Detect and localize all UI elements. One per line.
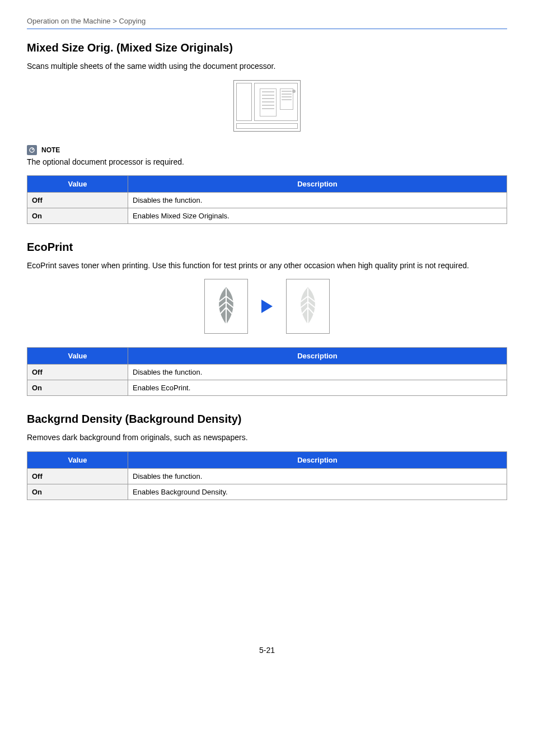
table-row: Off Disables the function. [27, 192, 507, 208]
table-mixed: Value Description Off Disables the funct… [27, 175, 507, 224]
table-head-value: Value [27, 175, 128, 192]
table-row: Off Disables the function. [27, 365, 507, 380]
cell-key: Off [27, 192, 128, 208]
section-heading-mixed: Mixed Size Orig. (Mixed Size Originals) [27, 41, 507, 54]
arrow-right-icon [261, 300, 273, 313]
cell-val: Enables EcoPrint. [128, 380, 507, 396]
table-head-desc: Description [128, 451, 507, 468]
page-number: 5-21 [27, 646, 507, 655]
cell-key: Off [27, 468, 128, 484]
figure-ecoprint [27, 279, 507, 334]
cell-val: Enables Background Density. [128, 484, 507, 500]
section-intro-bg: Removes dark background from originals, … [27, 432, 507, 444]
table-row: On Enables Background Density. [27, 484, 507, 500]
table-head-desc: Description [128, 348, 507, 365]
cell-val: Disables the function. [128, 468, 507, 484]
note-text: The optional document processor is requi… [27, 157, 507, 166]
table-row: On Enables Mixed Size Originals. [27, 208, 507, 223]
table-head-value: Value [27, 348, 128, 365]
breadcrumb: Operation on the Machine > Copying [27, 17, 507, 29]
table-eco: Value Description Off Disables the funct… [27, 347, 507, 396]
cell-val: Enables Mixed Size Originals. [128, 208, 507, 223]
svg-line-1 [32, 148, 34, 150]
cell-val: Disables the function. [128, 192, 507, 208]
table-bg: Value Description Off Disables the funct… [27, 451, 507, 500]
scanner-illustration [233, 80, 301, 132]
note-icon [27, 145, 37, 155]
cell-val: Disables the function. [128, 365, 507, 380]
section-intro-eco: EcoPrint saves toner when printing. Use … [27, 260, 507, 272]
cell-key: On [27, 484, 128, 500]
document-page: Operation on the Machine > Copying Mixed… [0, 0, 534, 677]
cell-key: On [27, 208, 128, 223]
section-intro-mixed: Scans multiple sheets of the same width … [27, 61, 507, 72]
note-label: NOTE [41, 146, 60, 154]
header-divider [27, 29, 507, 29]
section-heading-bg: Backgrnd Density (Background Density) [27, 413, 507, 426]
section-heading-eco: EcoPrint [27, 241, 507, 254]
leaf-light-illustration [286, 279, 330, 334]
cell-key: On [27, 380, 128, 396]
table-row: On Enables EcoPrint. [27, 380, 507, 396]
cell-key: Off [27, 365, 128, 380]
table-row: Off Disables the function. [27, 468, 507, 484]
table-head-value: Value [27, 451, 128, 468]
table-head-desc: Description [128, 175, 507, 192]
leaf-dark-illustration [204, 279, 248, 334]
figure-scanner [27, 80, 507, 132]
note-header: NOTE [27, 145, 507, 155]
